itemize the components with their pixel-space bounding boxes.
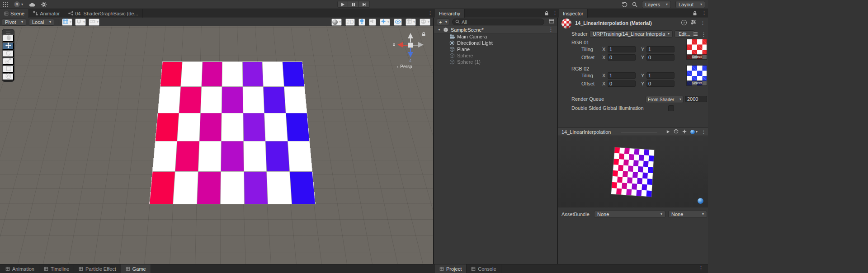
gizmo-x-cone[interactable]	[397, 42, 403, 47]
create-object-button[interactable]: + ▾	[437, 19, 449, 25]
plane-object[interactable]	[149, 61, 316, 204]
hierarchy-item-main-camera[interactable]: Main Camera	[434, 33, 557, 40]
hierarchy-scene-row[interactable]: ▼ SampleScene* ⋮	[434, 26, 557, 33]
assetbundle-dropdown[interactable]: None ▾	[594, 211, 665, 218]
inspector-panel-menu-icon[interactable]: ⋮	[702, 10, 707, 15]
offset-x-input[interactable]	[608, 54, 636, 61]
hierarchy-panel-menu-icon[interactable]: ⋮	[552, 10, 557, 15]
hierarchy-item-directional-light[interactable]: Directional Light	[434, 40, 557, 46]
preview-header[interactable]: 14_LinearInterpolation ▾ ⋮	[558, 127, 708, 136]
shader-menu-icon[interactable]: ⋮	[701, 32, 706, 37]
preview-drag-handle[interactable]	[621, 132, 657, 132]
snap-magnet-dropdown[interactable]: ▾	[75, 19, 86, 26]
account-button[interactable]: R ▾	[14, 1, 23, 7]
hierarchy-item-sphere-1[interactable]: Sphere (1)	[434, 59, 557, 65]
search-icon[interactable]	[632, 2, 637, 7]
preview-mesh-dropdown[interactable]: ▾	[690, 130, 698, 134]
scene-visibility-toggle[interactable]	[394, 19, 402, 26]
draw-mode-dropdown[interactable]: ▾	[331, 19, 342, 26]
tiling-x-input[interactable]	[608, 46, 636, 52]
scene-viewport[interactable]: x z ‹ Persp	[0, 26, 433, 264]
tab-game[interactable]: Game	[121, 264, 151, 273]
gizmo-neg-x-cone[interactable]	[418, 42, 424, 47]
dsgi-checkbox[interactable]	[668, 105, 674, 111]
sparkle-icon[interactable]	[682, 129, 687, 135]
gizmo-z-cone[interactable]	[408, 52, 413, 57]
texture-select-button[interactable]: Select	[687, 54, 707, 59]
play-button[interactable]	[337, 1, 348, 8]
undo-history-icon[interactable]	[622, 1, 627, 7]
render-queue-input[interactable]	[685, 96, 707, 102]
texture-thumbnail-rgb02[interactable]: Select	[686, 65, 707, 86]
projection-toggle[interactable]: ‹ Persp	[397, 64, 412, 69]
shader-dropdown[interactable]: URPTraining/14_Linear Interpolatio ▾	[590, 30, 673, 38]
lighting-toggle[interactable]	[359, 19, 365, 26]
hierarchy-item-plane[interactable]: Plane	[434, 46, 557, 52]
pause-button[interactable]	[348, 1, 359, 8]
hierarchy-search-input[interactable]: All	[452, 19, 544, 25]
scene-picker-icon[interactable]	[549, 19, 554, 24]
texture-thumbnail-rgb01[interactable]: Select	[686, 39, 707, 60]
pivot-dropdown[interactable]: Pivot ▾	[2, 19, 26, 26]
audio-toggle[interactable]	[369, 19, 376, 26]
2d-toggle[interactable]: 2D	[345, 19, 355, 26]
preview-menu-icon[interactable]: ⋮	[701, 129, 706, 134]
offset-y-input[interactable]	[646, 80, 675, 87]
tab-animator[interactable]: Animator	[29, 9, 64, 18]
settings-gear-icon[interactable]	[41, 2, 47, 7]
overlay-handle-icon[interactable]	[5, 30, 11, 34]
lock-icon[interactable]	[421, 32, 426, 38]
presets-icon[interactable]	[691, 20, 696, 25]
grid-menu-icon[interactable]	[3, 2, 8, 7]
cube-icon[interactable]	[674, 129, 679, 135]
scale-tool-button[interactable]	[2, 57, 14, 65]
material-preview-area[interactable]	[558, 136, 708, 207]
hierarchy-item-sphere[interactable]: Sphere	[434, 52, 557, 59]
tiling-y-input[interactable]	[646, 72, 675, 79]
scene-panel-menu-icon[interactable]: ⋮	[428, 10, 433, 15]
gizmos-dropdown[interactable]: ▾	[420, 19, 430, 26]
rect-tool-button[interactable]	[2, 65, 14, 73]
lock-icon[interactable]	[544, 11, 549, 17]
bottom-panel-menu-icon[interactable]: ⋮	[698, 266, 703, 271]
texture-select-button[interactable]: Select	[687, 80, 707, 85]
tiling-y-input[interactable]	[646, 46, 675, 52]
view-hand-tool-button[interactable]	[2, 34, 14, 42]
play-icon[interactable]	[666, 129, 670, 135]
gizmo-y-cone[interactable]	[408, 33, 413, 38]
preview-sphere-icon[interactable]	[698, 198, 703, 204]
menu-lines-icon[interactable]	[693, 32, 698, 37]
tab-animation[interactable]: Animation	[1, 264, 39, 273]
shader-edit-button[interactable]: Edit...	[675, 30, 694, 38]
tab-particle-effect[interactable]: Particle Effect	[74, 264, 121, 273]
material-menu-icon[interactable]: ⋮	[700, 20, 705, 25]
help-icon[interactable]: ?	[681, 20, 687, 25]
increment-snap-dropdown[interactable]: ▾	[89, 19, 99, 26]
offset-x-input[interactable]	[608, 80, 636, 87]
gizmo-center-cube[interactable]	[408, 42, 413, 48]
step-button[interactable]	[359, 1, 370, 8]
tab-04-shadergraphbasic-de[interactable]: 04_ShaderGraphBasic (de...	[64, 9, 142, 18]
tab-timeline[interactable]: Timeline	[39, 264, 74, 273]
tab-scene[interactable]: Scene	[0, 9, 29, 18]
move-tool-button[interactable]	[2, 42, 14, 50]
rotate-tool-button[interactable]	[2, 50, 14, 57]
tab-hierarchy[interactable]: Hierarchy	[435, 9, 465, 18]
offset-y-input[interactable]	[646, 54, 675, 61]
tab-inspector[interactable]: Inspector	[559, 9, 588, 18]
tab-console[interactable]: Console	[467, 264, 501, 273]
handle-rotation-dropdown[interactable]: Local ▾	[29, 19, 54, 26]
foldout-arrow-icon[interactable]: ▼	[438, 28, 441, 31]
grid-snap-dropdown[interactable]: ▾	[62, 19, 72, 26]
effects-dropdown[interactable]: ▾	[380, 19, 390, 26]
layout-dropdown[interactable]: Layout ▾	[675, 1, 705, 8]
cloud-icon[interactable]	[29, 2, 35, 7]
camera-grid-dropdown[interactable]: ▾	[406, 19, 416, 26]
scene-context-menu-icon[interactable]: ⋮	[548, 27, 553, 32]
layers-dropdown[interactable]: Layers ▾	[642, 1, 671, 8]
transform-tool-button[interactable]	[2, 73, 14, 80]
render-queue-dropdown[interactable]: From Shader ▾	[646, 96, 684, 103]
lock-icon[interactable]	[693, 11, 697, 17]
assetbundle-variant-dropdown[interactable]: None ▾	[668, 211, 707, 218]
tab-project[interactable]: Project	[435, 264, 467, 273]
